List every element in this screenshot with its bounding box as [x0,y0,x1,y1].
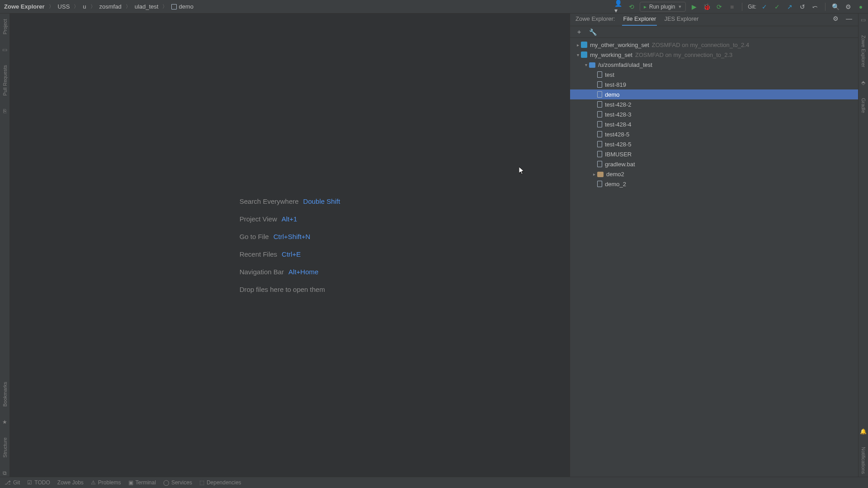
tab-jes-explorer[interactable]: JES Explorer [663,13,699,26]
dependencies-tool-button[interactable]: ⬚ Dependencies [199,479,241,486]
tree-file[interactable]: IBMUSER [570,149,858,159]
expand-icon[interactable]: ▸ [575,42,581,47]
terminal-icon: ▣ [128,479,133,486]
collapse-icon[interactable]: ▾ [575,52,581,57]
run-config-label: Run plugin [649,4,675,10]
project-tool-tab[interactable]: Project [2,16,8,37]
hint-recent-files: Recent Files Ctrl+E [240,250,340,258]
tree-file[interactable]: test [570,70,858,80]
zowe-explorer-tool-tab[interactable]: Zowe Explorer [861,33,866,70]
avatar-icon[interactable]: ● [856,2,865,11]
pull-request-icon[interactable]: ⎘ [1,108,9,115]
coverage-button[interactable]: ⟳ [715,2,724,11]
collapse-icon[interactable]: ▾ [583,62,589,67]
tree-file[interactable]: test-428-4 [570,119,858,129]
tree-file[interactable]: test428-5 [570,129,858,139]
top-toolbar: Zowe Explorer 〉 USS 〉 u 〉 zosmfad 〉 ulad… [0,0,868,14]
hint-goto-file: Go to File Ctrl+Shift+N [240,233,340,240]
notifications-icon[interactable]: 🔔 [860,428,867,435]
git-tool-button[interactable]: ⎇ Git [5,479,20,486]
bookmarks-tool-tab[interactable]: Bookmarks [2,379,8,409]
pull-requests-tool-tab[interactable]: Pull Requests [2,62,8,99]
git-history-icon[interactable]: ↺ [798,2,807,11]
separator [825,3,826,11]
tree-label: test-428-4 [605,121,632,128]
breadcrumb-item[interactable]: demo [170,2,195,11]
tree-label: my_working_set [590,52,632,58]
tree-label-info: ZOSMFAD on my_connection_to_2.4 [652,42,749,48]
notifications-tool-tab[interactable]: Notifications [861,444,866,477]
chevron-right-icon: 〉 [126,3,131,10]
settings-icon[interactable]: ⚙ [844,2,853,11]
search-icon[interactable]: 🔍 [831,2,840,11]
user-add-icon[interactable]: 👤▾ [614,2,623,11]
sync-icon[interactable]: ⟲ [627,2,636,11]
run-button[interactable]: ▶ [689,2,698,11]
tree-label: demo_2 [605,181,626,188]
tree-label: /u/zosmfad/ulad_test [598,61,652,68]
file-icon [597,71,602,78]
tree-file[interactable]: test-819 [570,80,858,89]
git-update-icon[interactable]: ✓ [760,2,769,11]
tab-zowe-explorer[interactable]: Zowe Explorer [575,13,616,26]
tree-file[interactable]: demo [570,89,858,99]
expand-icon[interactable]: ▸ [591,172,597,177]
tree-file[interactable]: demo_2 [570,179,858,189]
debug-button[interactable]: 🐞 [702,2,711,11]
git-commit-icon[interactable]: ✓ [773,2,782,11]
warning-icon: ⚠ [91,479,96,486]
breadcrumb-item[interactable]: USS [57,2,71,11]
editor-empty-area: Search Everywhere Double Shift Project V… [10,14,570,477]
breadcrumb-item[interactable]: u [81,2,87,11]
structure-tool-tab[interactable]: Structure [2,435,8,460]
tree-label: test-428-2 [605,101,632,108]
todo-icon: ☑ [27,479,32,486]
run-config-dropdown[interactable]: ▸ Run plugin ▼ [640,2,686,12]
tree-file[interactable]: test-428-5 [570,139,858,149]
tree-label: test [605,71,614,78]
terminal-tool-button[interactable]: ▣ Terminal [128,479,156,486]
problems-tool-button[interactable]: ⚠ Problems [91,479,121,486]
file-icon [597,131,602,137]
bookmark-icon[interactable]: ★ [1,418,9,426]
add-button[interactable]: ＋ [575,28,584,37]
working-set-icon [581,52,587,58]
breadcrumb-root[interactable]: Zowe Explorer [3,2,46,11]
tree-working-set[interactable]: ▸ my_other_working_set ZOSMFAD on my_con… [570,40,858,50]
gradle-tool-tab[interactable]: Gradle [861,95,866,116]
tab-file-explorer[interactable]: File Explorer [622,13,657,26]
stop-button[interactable]: ■ [727,2,736,11]
file-tree[interactable]: ▸ my_other_working_set ZOSMFAD on my_con… [570,38,858,477]
tree-file[interactable]: test-428-3 [570,109,858,119]
zowe-jobs-tool-button[interactable]: Zowe Jobs [57,479,84,486]
file-icon [597,111,602,117]
breadcrumb-item[interactable]: ulad_test [133,2,160,11]
services-tool-button[interactable]: ◯ Services [163,479,192,486]
project-icon[interactable]: ▭ [1,46,9,53]
zowe-explorer-icon[interactable]: ▭ [860,16,867,23]
right-tool-gutter: ▭ Zowe Explorer ⬘ Gradle 🔔 Notifications [858,14,868,477]
todo-tool-button[interactable]: ☑ TODO [27,479,50,486]
top-actions: 👤▾ ⟲ ▸ Run plugin ▼ ▶ 🐞 ⟳ ■ Git: ✓ ✓ ↗ ↺… [614,2,865,12]
file-icon [597,81,602,88]
tree-file[interactable]: test-428-2 [570,99,858,109]
tree-folder[interactable]: ▸ demo2 [570,169,858,179]
git-rollback-icon[interactable]: ⤺ [811,2,820,11]
bottom-toolbar: ⎇ Git ☑ TODO Zowe Jobs ⚠ Problems ▣ Term… [0,477,868,488]
tree-label: demo [605,91,620,98]
folder-icon [589,62,595,68]
file-icon [597,181,602,187]
tree-working-set[interactable]: ▾ my_working_set ZOSMFAD on my_connectio… [570,50,858,60]
chevron-down-icon: ▼ [678,5,682,9]
gradle-icon[interactable]: ⬘ [860,79,867,86]
panel-settings-icon[interactable]: ⚙ [831,14,840,23]
breadcrumb-item[interactable]: zosmfad [98,2,123,11]
git-label: Git: [748,4,756,10]
file-icon [597,161,602,167]
structure-icon[interactable]: ⧉ [1,469,9,477]
tree-file[interactable]: gradlew.bat [570,159,858,169]
tree-folder[interactable]: ▾ /u/zosmfad/ulad_test [570,60,858,70]
wrench-icon[interactable]: 🔧 [588,28,597,37]
git-push-icon[interactable]: ↗ [785,2,794,11]
panel-hide-icon[interactable]: — [844,14,854,23]
